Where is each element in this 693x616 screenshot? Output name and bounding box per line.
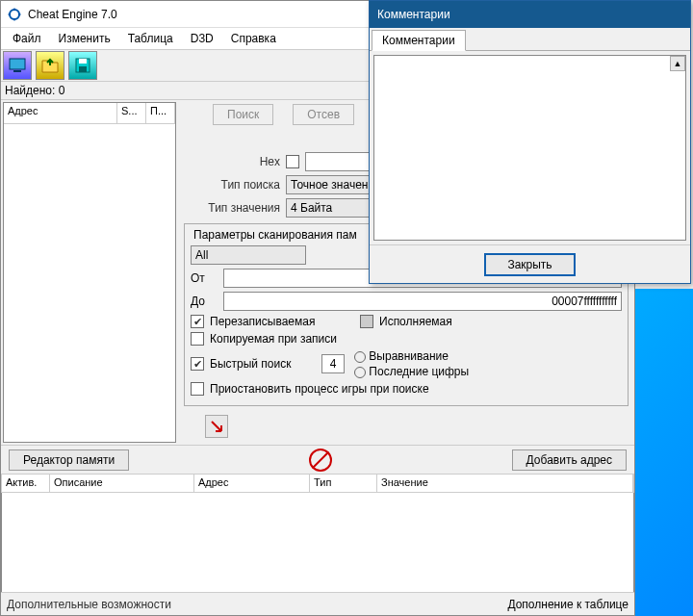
last-digits-label: Последние цифры — [369, 365, 469, 378]
status-right[interactable]: Дополнение к таблице — [507, 598, 629, 611]
memory-editor-button[interactable]: Редактор памяти — [9, 449, 129, 471]
mid-toolbar: Редактор памяти Добавить адрес — [1, 445, 634, 474]
add-address-button[interactable]: Добавить адрес — [512, 449, 627, 471]
last-digits-radio[interactable] — [354, 367, 366, 378]
col-description[interactable]: Описание — [50, 475, 194, 492]
select-process-button[interactable] — [3, 51, 32, 80]
svg-rect-2 — [13, 70, 21, 72]
menu-edit[interactable]: Изменить — [51, 30, 118, 47]
pause-label: Приостановить процесс игры при поиске — [210, 382, 429, 396]
hex-checkbox[interactable] — [286, 155, 299, 168]
hex-label: Hex — [184, 155, 280, 168]
no-entry-icon — [309, 449, 332, 472]
svg-rect-5 — [79, 66, 87, 72]
col-active[interactable]: Актив. — [2, 475, 50, 492]
desktop-background — [635, 289, 693, 616]
address-table-header: Актив. Описание Адрес Тип Значение — [1, 474, 634, 493]
col-addr[interactable]: Адрес — [194, 475, 310, 492]
scan-options-title: Параметры сканирования пам — [191, 228, 360, 242]
value-type-label: Тип значения — [184, 201, 280, 215]
expand-arrow-button[interactable] — [205, 415, 228, 438]
statusbar: Дополнительные возможности Дополнение к … — [1, 592, 634, 615]
search-type-value: Точное значение — [291, 178, 381, 192]
alignment-radio[interactable] — [354, 351, 366, 363]
cow-label: Копируемая при записи — [210, 332, 337, 346]
comments-tab[interactable]: Комментарии — [372, 30, 466, 51]
comments-title-text: Комментарии — [377, 8, 450, 21]
writable-label: Перезаписываемая — [210, 315, 354, 328]
comments-window: Комментарии Комментарии ▲ Закрыть — [369, 0, 691, 284]
save-button[interactable] — [68, 51, 97, 80]
to-label: До — [191, 295, 218, 308]
comments-textarea[interactable]: ▲ — [373, 55, 686, 241]
app-logo-icon — [7, 7, 22, 22]
svg-point-0 — [10, 10, 19, 19]
open-button[interactable] — [36, 51, 64, 80]
comments-footer: Закрыть — [370, 244, 690, 283]
window-title: Cheat Engine 7.0 — [28, 8, 117, 21]
comments-titlebar[interactable]: Комментарии — [370, 1, 690, 28]
next-scan-button[interactable]: Отсев — [293, 104, 354, 125]
menu-table[interactable]: Таблица — [120, 30, 181, 47]
svg-rect-4 — [79, 59, 87, 64]
col-value2[interactable]: Значение — [377, 475, 633, 492]
from-label: От — [191, 271, 218, 285]
executable-label: Исполняемая — [379, 315, 452, 328]
results-list[interactable]: Адрес Ѕ... П... — [3, 102, 176, 443]
col-value[interactable]: Ѕ... — [117, 103, 146, 123]
results-body[interactable] — [4, 124, 175, 442]
menu-d3d[interactable]: D3D — [183, 30, 221, 47]
fast-label: Быстрый поиск — [210, 357, 316, 371]
menu-file[interactable]: Файл — [5, 30, 49, 47]
comments-tabstrip: Комментарии — [370, 28, 690, 51]
fast-checkbox[interactable] — [191, 357, 204, 371]
status-left[interactable]: Дополнительные возможности — [7, 598, 507, 611]
value-type-value: 4 Байта — [291, 201, 332, 215]
results-header: Адрес Ѕ... П... — [4, 103, 175, 124]
search-type-label: Тип поиска — [184, 178, 280, 192]
region-select[interactable]: All — [191, 245, 306, 265]
col-address[interactable]: Адрес — [4, 103, 117, 123]
scroll-up-icon[interactable]: ▲ — [670, 56, 685, 71]
pause-checkbox[interactable] — [191, 382, 204, 396]
alignment-label: Выравнивание — [369, 349, 449, 363]
col-type[interactable]: Тип — [310, 475, 377, 492]
to-input[interactable] — [223, 292, 622, 311]
first-scan-button[interactable]: Поиск — [213, 104, 273, 125]
cow-checkbox[interactable] — [191, 332, 204, 346]
col-prev[interactable]: П... — [146, 103, 175, 123]
writable-checkbox[interactable] — [191, 315, 204, 328]
svg-rect-1 — [10, 59, 25, 69]
region-value: All — [195, 248, 208, 262]
comments-close-button[interactable]: Закрыть — [484, 253, 575, 276]
executable-checkbox[interactable] — [360, 315, 373, 328]
menu-help[interactable]: Справка — [223, 30, 284, 47]
address-table-body[interactable] — [1, 493, 634, 595]
fast-value-input[interactable] — [321, 354, 345, 373]
